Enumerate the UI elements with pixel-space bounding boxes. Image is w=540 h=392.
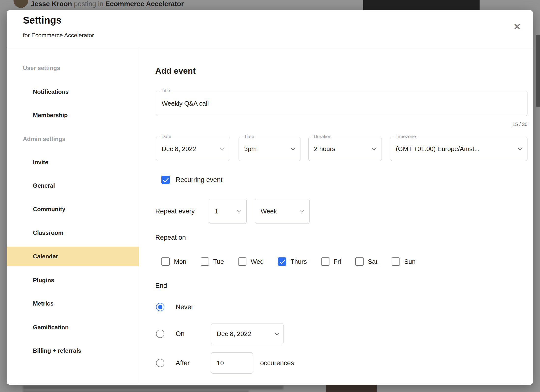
chevron-down-icon (300, 209, 304, 213)
end-on-label: On (176, 327, 185, 341)
character-counter: 15 / 30 (454, 122, 527, 127)
settings-modal: Settings for Ecommerce Accelerator ✕ Use… (7, 10, 533, 385)
repeat-unit-value: Week (261, 208, 277, 215)
sidebar-item-invite[interactable]: Invite (7, 153, 139, 172)
end-on-date-value: Dec 8, 2022 (217, 330, 251, 338)
day-checkbox-wed[interactable] (238, 257, 246, 266)
settings-sidebar: User settings Notifications Membership A… (7, 49, 139, 385)
time-select[interactable]: Time 3pm (239, 137, 300, 161)
date-label: Date (160, 134, 173, 139)
timezone-select[interactable]: Timezone (GMT +01:00) Europe/Amst... (390, 137, 527, 161)
timezone-value: (GMT +01:00) Europe/Amst... (396, 145, 480, 153)
end-never-radio[interactable] (156, 303, 164, 311)
sidebar-header-user-settings: User settings (7, 58, 139, 78)
day-checkbox-tue[interactable] (201, 257, 209, 266)
recurring-event-row: Recurring event (161, 173, 223, 187)
day-label: Tue (213, 258, 224, 266)
end-label: End (155, 279, 167, 293)
day-item-sat: Sat (355, 257, 377, 266)
add-event-form: Add event Title Weekly Q&A call 15 / 30 … (139, 49, 533, 385)
day-label: Wed (251, 258, 264, 266)
day-item-wed: Wed (238, 257, 264, 266)
title-value: Weekly Q&A call (162, 100, 209, 107)
day-item-thurs: Thurs (278, 257, 307, 266)
sidebar-item-metrics[interactable]: Metrics (7, 294, 139, 313)
repeat-interval-select[interactable]: 1 (209, 199, 247, 224)
occurrences-suffix: occurences (260, 356, 294, 370)
sidebar-item-notifications[interactable]: Notifications (7, 82, 139, 102)
title-input[interactable]: Title Weekly Q&A call (156, 91, 527, 116)
sidebar-header-admin-settings: Admin settings (7, 129, 139, 149)
recurring-event-checkbox[interactable] (161, 176, 170, 184)
day-item-tue: Tue (201, 257, 224, 266)
day-label: Mon (174, 258, 186, 266)
day-checkbox-fri[interactable] (321, 257, 329, 266)
sidebar-item-plugins[interactable]: Plugins (7, 270, 139, 290)
timezone-label: Timezone (394, 134, 417, 139)
chevron-down-icon (518, 146, 522, 150)
end-on-date-select[interactable]: Dec 8, 2022 (211, 323, 284, 344)
repeat-on-label: Repeat on (155, 231, 186, 244)
day-label: Sat (368, 258, 377, 266)
day-label: Sun (404, 258, 415, 266)
repeat-every-label: Repeat every (155, 204, 195, 218)
duration-label: Duration (312, 134, 333, 139)
repeat-unit-select[interactable]: Week (255, 199, 310, 224)
sidebar-item-calendar[interactable]: Calendar (7, 247, 139, 266)
sidebar-item-classroom[interactable]: Classroom (7, 223, 139, 243)
duration-value: 2 hours (314, 145, 335, 153)
chevron-down-icon (291, 146, 295, 150)
time-value: 3pm (244, 145, 257, 153)
repeat-on-days-row: Mon Tue Wed Thurs Fri Sat (161, 255, 416, 268)
date-select[interactable]: Date Dec 8, 2022 (156, 137, 230, 161)
chevron-down-icon (275, 331, 279, 335)
day-checkbox-sun[interactable] (392, 257, 400, 266)
modal-header: Settings for Ecommerce Accelerator ✕ (7, 10, 533, 49)
day-label: Fri (334, 258, 341, 266)
day-checkbox-thurs[interactable] (278, 257, 286, 266)
recurring-event-label: Recurring event (176, 176, 223, 184)
day-label: Thurs (290, 258, 307, 266)
date-value: Dec 8, 2022 (162, 145, 196, 153)
close-icon[interactable]: ✕ (511, 21, 523, 33)
title-label: Title (160, 88, 171, 93)
page-title: Add event (155, 66, 196, 76)
sidebar-item-gamification[interactable]: Gamification (7, 318, 139, 337)
time-label: Time (242, 134, 256, 139)
chevron-down-icon (237, 209, 241, 213)
modal-subtitle: for Ecommerce Accelerator (23, 32, 94, 39)
day-item-mon: Mon (161, 257, 186, 266)
modal-title: Settings (23, 15, 62, 26)
end-never-label: Never (176, 300, 193, 314)
day-checkbox-mon[interactable] (161, 257, 170, 266)
day-checkbox-sat[interactable] (355, 257, 364, 266)
end-on-radio[interactable] (156, 330, 164, 338)
end-after-label: After (176, 356, 190, 370)
duration-select[interactable]: Duration 2 hours (308, 137, 382, 161)
end-after-radio[interactable] (156, 359, 164, 367)
sidebar-item-billing-referrals[interactable]: Billing + referrals (7, 341, 139, 361)
sidebar-item-general[interactable]: General (7, 176, 139, 196)
chevron-down-icon (372, 146, 376, 150)
sidebar-item-membership[interactable]: Membership (7, 105, 139, 125)
scrollbar[interactable] (536, 35, 540, 107)
chevron-down-icon (220, 146, 225, 150)
sidebar-item-community[interactable]: Community (7, 199, 139, 219)
day-item-fri: Fri (321, 257, 341, 266)
repeat-interval-value: 1 (215, 208, 218, 215)
day-item-sun: Sun (392, 257, 415, 266)
occurrences-input[interactable] (211, 352, 253, 374)
